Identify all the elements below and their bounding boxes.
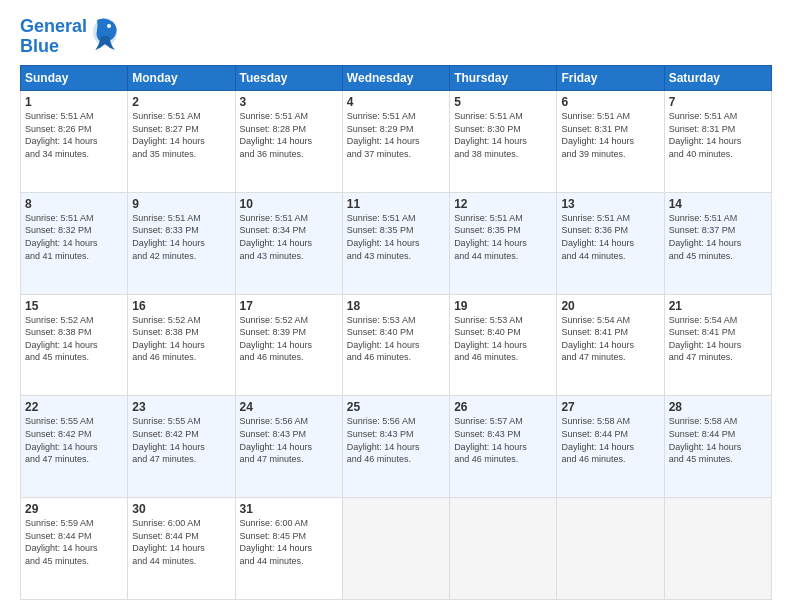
logo-text2: Blue — [20, 37, 87, 57]
calendar-day-cell: 22Sunrise: 5:55 AM Sunset: 8:42 PM Dayli… — [21, 396, 128, 498]
day-info: Sunrise: 5:51 AM Sunset: 8:34 PM Dayligh… — [240, 212, 338, 262]
day-info: Sunrise: 5:51 AM Sunset: 8:36 PM Dayligh… — [561, 212, 659, 262]
calendar-day-cell: 17Sunrise: 5:52 AM Sunset: 8:39 PM Dayli… — [235, 294, 342, 396]
calendar-day-cell: 23Sunrise: 5:55 AM Sunset: 8:42 PM Dayli… — [128, 396, 235, 498]
day-number: 23 — [132, 400, 230, 414]
day-info: Sunrise: 6:00 AM Sunset: 8:45 PM Dayligh… — [240, 517, 338, 567]
calendar-day-cell: 10Sunrise: 5:51 AM Sunset: 8:34 PM Dayli… — [235, 192, 342, 294]
calendar-day-cell: 25Sunrise: 5:56 AM Sunset: 8:43 PM Dayli… — [342, 396, 449, 498]
day-info: Sunrise: 5:56 AM Sunset: 8:43 PM Dayligh… — [347, 415, 445, 465]
logo-bird-icon — [91, 16, 119, 57]
svg-point-0 — [107, 24, 111, 28]
day-number: 27 — [561, 400, 659, 414]
weekday-header: Wednesday — [342, 66, 449, 91]
calendar-day-cell: 11Sunrise: 5:51 AM Sunset: 8:35 PM Dayli… — [342, 192, 449, 294]
calendar-day-cell — [450, 498, 557, 600]
calendar-day-cell: 5Sunrise: 5:51 AM Sunset: 8:30 PM Daylig… — [450, 91, 557, 193]
day-number: 15 — [25, 299, 123, 313]
calendar-day-cell: 7Sunrise: 5:51 AM Sunset: 8:31 PM Daylig… — [664, 91, 771, 193]
calendar-day-cell: 27Sunrise: 5:58 AM Sunset: 8:44 PM Dayli… — [557, 396, 664, 498]
calendar-day-cell: 29Sunrise: 5:59 AM Sunset: 8:44 PM Dayli… — [21, 498, 128, 600]
day-number: 26 — [454, 400, 552, 414]
calendar-day-cell — [664, 498, 771, 600]
day-info: Sunrise: 5:52 AM Sunset: 8:38 PM Dayligh… — [25, 314, 123, 364]
day-number: 20 — [561, 299, 659, 313]
day-info: Sunrise: 5:51 AM Sunset: 8:37 PM Dayligh… — [669, 212, 767, 262]
weekday-header: Saturday — [664, 66, 771, 91]
day-info: Sunrise: 5:57 AM Sunset: 8:43 PM Dayligh… — [454, 415, 552, 465]
header: General Blue — [20, 16, 772, 57]
logo-text: General — [20, 17, 87, 37]
calendar-day-cell: 20Sunrise: 5:54 AM Sunset: 8:41 PM Dayli… — [557, 294, 664, 396]
day-info: Sunrise: 5:59 AM Sunset: 8:44 PM Dayligh… — [25, 517, 123, 567]
day-number: 31 — [240, 502, 338, 516]
day-info: Sunrise: 5:58 AM Sunset: 8:44 PM Dayligh… — [561, 415, 659, 465]
day-info: Sunrise: 5:51 AM Sunset: 8:31 PM Dayligh… — [561, 110, 659, 160]
day-number: 30 — [132, 502, 230, 516]
calendar-day-cell: 16Sunrise: 5:52 AM Sunset: 8:38 PM Dayli… — [128, 294, 235, 396]
calendar-week-row: 22Sunrise: 5:55 AM Sunset: 8:42 PM Dayli… — [21, 396, 772, 498]
day-number: 11 — [347, 197, 445, 211]
day-number: 3 — [240, 95, 338, 109]
day-info: Sunrise: 5:55 AM Sunset: 8:42 PM Dayligh… — [25, 415, 123, 465]
calendar-day-cell: 21Sunrise: 5:54 AM Sunset: 8:41 PM Dayli… — [664, 294, 771, 396]
calendar-day-cell: 2Sunrise: 5:51 AM Sunset: 8:27 PM Daylig… — [128, 91, 235, 193]
calendar-week-row: 8Sunrise: 5:51 AM Sunset: 8:32 PM Daylig… — [21, 192, 772, 294]
calendar-day-cell: 3Sunrise: 5:51 AM Sunset: 8:28 PM Daylig… — [235, 91, 342, 193]
day-info: Sunrise: 5:56 AM Sunset: 8:43 PM Dayligh… — [240, 415, 338, 465]
day-number: 2 — [132, 95, 230, 109]
day-info: Sunrise: 5:51 AM Sunset: 8:30 PM Dayligh… — [454, 110, 552, 160]
day-info: Sunrise: 5:52 AM Sunset: 8:39 PM Dayligh… — [240, 314, 338, 364]
calendar-day-cell — [342, 498, 449, 600]
calendar-day-cell: 12Sunrise: 5:51 AM Sunset: 8:35 PM Dayli… — [450, 192, 557, 294]
day-number: 29 — [25, 502, 123, 516]
day-number: 1 — [25, 95, 123, 109]
calendar-day-cell: 18Sunrise: 5:53 AM Sunset: 8:40 PM Dayli… — [342, 294, 449, 396]
day-number: 5 — [454, 95, 552, 109]
weekday-header: Thursday — [450, 66, 557, 91]
logo: General Blue — [20, 16, 119, 57]
weekday-header: Friday — [557, 66, 664, 91]
calendar-day-cell: 9Sunrise: 5:51 AM Sunset: 8:33 PM Daylig… — [128, 192, 235, 294]
day-info: Sunrise: 5:52 AM Sunset: 8:38 PM Dayligh… — [132, 314, 230, 364]
weekday-header: Sunday — [21, 66, 128, 91]
calendar-day-cell: 14Sunrise: 5:51 AM Sunset: 8:37 PM Dayli… — [664, 192, 771, 294]
calendar-day-cell: 1Sunrise: 5:51 AM Sunset: 8:26 PM Daylig… — [21, 91, 128, 193]
day-number: 9 — [132, 197, 230, 211]
day-info: Sunrise: 5:51 AM Sunset: 8:28 PM Dayligh… — [240, 110, 338, 160]
day-number: 8 — [25, 197, 123, 211]
day-info: Sunrise: 5:58 AM Sunset: 8:44 PM Dayligh… — [669, 415, 767, 465]
day-number: 19 — [454, 299, 552, 313]
day-number: 6 — [561, 95, 659, 109]
day-info: Sunrise: 5:53 AM Sunset: 8:40 PM Dayligh… — [454, 314, 552, 364]
day-number: 7 — [669, 95, 767, 109]
calendar-day-cell: 28Sunrise: 5:58 AM Sunset: 8:44 PM Dayli… — [664, 396, 771, 498]
day-number: 14 — [669, 197, 767, 211]
day-info: Sunrise: 5:54 AM Sunset: 8:41 PM Dayligh… — [669, 314, 767, 364]
day-info: Sunrise: 5:53 AM Sunset: 8:40 PM Dayligh… — [347, 314, 445, 364]
day-number: 16 — [132, 299, 230, 313]
day-info: Sunrise: 5:51 AM Sunset: 8:31 PM Dayligh… — [669, 110, 767, 160]
calendar-day-cell: 31Sunrise: 6:00 AM Sunset: 8:45 PM Dayli… — [235, 498, 342, 600]
day-number: 17 — [240, 299, 338, 313]
day-number: 24 — [240, 400, 338, 414]
day-info: Sunrise: 5:51 AM Sunset: 8:35 PM Dayligh… — [454, 212, 552, 262]
calendar-day-cell: 6Sunrise: 5:51 AM Sunset: 8:31 PM Daylig… — [557, 91, 664, 193]
calendar-week-row: 29Sunrise: 5:59 AM Sunset: 8:44 PM Dayli… — [21, 498, 772, 600]
calendar-day-cell: 13Sunrise: 5:51 AM Sunset: 8:36 PM Dayli… — [557, 192, 664, 294]
day-number: 21 — [669, 299, 767, 313]
day-info: Sunrise: 5:51 AM Sunset: 8:35 PM Dayligh… — [347, 212, 445, 262]
day-info: Sunrise: 5:51 AM Sunset: 8:32 PM Dayligh… — [25, 212, 123, 262]
day-number: 22 — [25, 400, 123, 414]
day-number: 28 — [669, 400, 767, 414]
calendar-day-cell — [557, 498, 664, 600]
day-info: Sunrise: 5:54 AM Sunset: 8:41 PM Dayligh… — [561, 314, 659, 364]
day-number: 13 — [561, 197, 659, 211]
weekday-header: Tuesday — [235, 66, 342, 91]
day-number: 18 — [347, 299, 445, 313]
calendar-table: SundayMondayTuesdayWednesdayThursdayFrid… — [20, 65, 772, 600]
day-info: Sunrise: 5:51 AM Sunset: 8:26 PM Dayligh… — [25, 110, 123, 160]
day-info: Sunrise: 6:00 AM Sunset: 8:44 PM Dayligh… — [132, 517, 230, 567]
calendar-day-cell: 8Sunrise: 5:51 AM Sunset: 8:32 PM Daylig… — [21, 192, 128, 294]
day-info: Sunrise: 5:51 AM Sunset: 8:27 PM Dayligh… — [132, 110, 230, 160]
